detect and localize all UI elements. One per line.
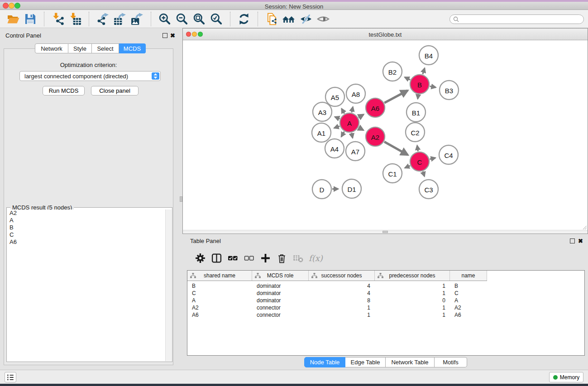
function-builder-button[interactable]: f(x)	[309, 253, 323, 263]
import-network-button[interactable]	[51, 11, 65, 27]
import-table-button[interactable]	[68, 11, 82, 27]
column-header-name[interactable]: name	[450, 271, 487, 281]
column-browser-button[interactable]	[210, 252, 222, 264]
toolbar-separator	[89, 12, 89, 26]
graph-node-C1[interactable]: C1	[383, 164, 402, 183]
edge-A-A6	[359, 114, 363, 117]
table-row-C[interactable]: Cdominator41C	[187, 290, 487, 297]
mcds-result-item[interactable]: A2	[7, 210, 165, 217]
graph-node-C3[interactable]: C3	[419, 180, 438, 199]
graph-node-A3[interactable]: A3	[313, 102, 332, 121]
table-close-panel-icon[interactable]: ✖	[578, 238, 583, 244]
deselect-all-button[interactable]	[243, 252, 255, 264]
cell-shared-name: C	[187, 290, 252, 297]
tab-node-table[interactable]: Node Table	[304, 357, 345, 367]
zoom-in-button[interactable]	[158, 11, 172, 27]
show-selected-button[interactable]	[316, 11, 330, 27]
close-panel-button[interactable]: Close panel	[91, 86, 139, 95]
export-table-button[interactable]	[113, 11, 127, 27]
export-image-button[interactable]	[130, 11, 144, 27]
table-row-A2[interactable]: A2connector11A2	[187, 304, 487, 311]
status-bar: Memory	[0, 370, 588, 384]
table-row-A[interactable]: Adominator80A	[187, 297, 487, 304]
clone-network-icon	[265, 13, 278, 25]
export-table-icon	[114, 13, 126, 25]
graph-node-C4[interactable]: C4	[439, 145, 458, 164]
float-panel-icon[interactable]	[163, 33, 167, 38]
cell-shared-name: B	[187, 282, 252, 290]
graph-node-A4[interactable]: A4	[325, 139, 344, 158]
edge-C-C4	[430, 158, 435, 159]
network-hscrollbar[interactable]	[183, 230, 588, 233]
graph-node-A2[interactable]: A2	[366, 127, 385, 146]
graph-node-B[interactable]: B	[410, 75, 429, 94]
hide-selected-button[interactable]	[299, 11, 313, 27]
create-column-button[interactable]	[259, 252, 271, 264]
column-header-shared-name[interactable]: shared name	[187, 271, 252, 281]
network-titlebar[interactable]: testGlobe.txt	[183, 29, 588, 40]
zoom-fit-button[interactable]	[192, 11, 206, 27]
column-header-predecessor-nodes[interactable]: predecessor nodes	[375, 271, 450, 281]
edge-A-A8	[352, 107, 353, 112]
clone-network-button[interactable]	[264, 11, 279, 27]
table-row-B[interactable]: Bdominator41B	[187, 282, 487, 290]
tab-motifs[interactable]: Motifs	[435, 357, 467, 367]
graph-node-A8[interactable]: A8	[346, 84, 365, 103]
export-network-button[interactable]	[96, 11, 110, 27]
graph-node-B4[interactable]: B4	[419, 46, 438, 65]
search-field[interactable]	[449, 14, 584, 24]
graph-node-B2[interactable]: B2	[383, 62, 402, 81]
resize-grip-icon[interactable]	[582, 224, 587, 230]
graph-node-B1[interactable]: B1	[406, 103, 425, 122]
tab-style[interactable]: Style	[68, 43, 92, 53]
memory-button[interactable]: Memory	[549, 372, 583, 382]
zoom-selected-button[interactable]	[209, 11, 224, 27]
select-all-button[interactable]	[227, 252, 239, 264]
mcds-result-item[interactable]: A	[7, 217, 165, 224]
close-panel-icon[interactable]: ✖	[170, 32, 175, 39]
tab-network-table[interactable]: Network Table	[386, 357, 435, 367]
graph-node-D[interactable]: D	[312, 180, 331, 199]
tab-mcds[interactable]: MCDS	[119, 43, 146, 53]
save-session-button[interactable]	[23, 11, 38, 27]
settings-icon	[195, 253, 206, 263]
graph-node-C[interactable]: C	[410, 152, 429, 171]
graph-node-A5[interactable]: A5	[325, 87, 344, 106]
tab-edge-table[interactable]: Edge Table	[345, 357, 386, 367]
mcds-result-item[interactable]: C	[7, 231, 165, 238]
column-header-successor-nodes[interactable]: successor nodes	[309, 271, 375, 281]
mcds-result-item[interactable]: B	[7, 224, 165, 231]
graph-node-A1[interactable]: A1	[312, 123, 331, 142]
tab-network[interactable]: Network	[35, 43, 68, 53]
column-header-MCDS-role[interactable]: MCDS role	[252, 271, 309, 281]
open-file-button[interactable]	[6, 11, 20, 27]
zoom-out-button[interactable]	[175, 11, 189, 27]
delete-column-button[interactable]	[276, 252, 287, 264]
run-mcds-button[interactable]: Run MCDS	[43, 86, 85, 95]
task-history-button[interactable]	[5, 372, 16, 382]
node-label-B3: B3	[445, 87, 453, 95]
settings-button[interactable]	[194, 252, 206, 264]
graph-node-D1[interactable]: D1	[342, 179, 361, 198]
node-label-A8: A8	[352, 91, 360, 98]
graph-node-B3[interactable]: B3	[440, 81, 459, 100]
panel-splitter-handle[interactable]	[180, 196, 182, 202]
graph-node-A7[interactable]: A7	[346, 142, 365, 161]
table-row-A6[interactable]: A6connector11A6	[187, 311, 487, 319]
cell-predecessor-nodes: 1	[375, 311, 450, 319]
tab-select[interactable]: Select	[92, 43, 119, 53]
zoom-out-icon	[176, 13, 188, 25]
table-float-panel-icon[interactable]	[570, 238, 575, 243]
mcds-result-list[interactable]: A2ABCA6	[7, 210, 165, 361]
search-input[interactable]	[459, 16, 583, 23]
graph-node-A[interactable]: A	[340, 113, 359, 132]
refresh-button[interactable]	[237, 11, 251, 27]
mcds-result-scrollbar[interactable]	[165, 210, 172, 361]
graph-node-C2[interactable]: C2	[406, 123, 425, 142]
home-button[interactable]	[282, 11, 296, 27]
network-hscroll-thumb[interactable]	[382, 231, 388, 233]
mcds-result-item[interactable]: A6	[7, 238, 165, 246]
graph-node-A6[interactable]: A6	[366, 98, 385, 117]
criterion-dropdown[interactable]: largest connected component (directed)	[19, 71, 161, 81]
network-canvas[interactable]: AA1A2A3A4A5A6A7A8BB1B2B3B4CC1C2C3C4DD1	[183, 40, 588, 230]
